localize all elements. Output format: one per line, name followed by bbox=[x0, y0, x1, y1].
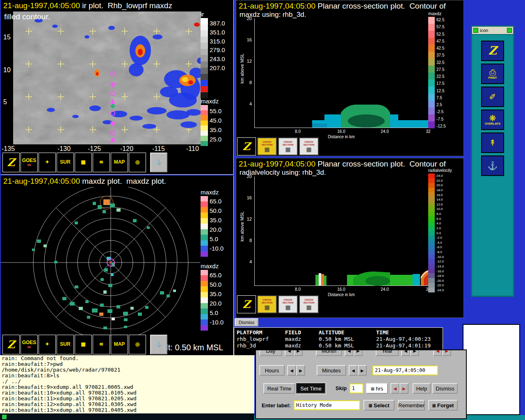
soundings-icon[interactable]: ≋ bbox=[93, 335, 110, 354]
colorbar-cell bbox=[201, 281, 208, 286]
grid-icon[interactable]: ▦ bbox=[75, 153, 92, 172]
minutes-button[interactable]: Minutes bbox=[317, 365, 346, 376]
zeb-logo-icon[interactable]: Z bbox=[2, 335, 20, 354]
arrow-right-icon[interactable]: ▶ bbox=[358, 365, 367, 376]
month-button[interactable]: Month bbox=[316, 349, 342, 356]
arrow-right-icon[interactable]: ▶ bbox=[296, 365, 305, 376]
real-time-button[interactable]: Real Time bbox=[263, 383, 295, 394]
cross-section-button[interactable]: CROSS SECTION ▦ bbox=[257, 137, 277, 155]
colorbar-tick: 12.5 bbox=[436, 89, 446, 93]
zeb-logo-icon[interactable]: Z bbox=[481, 41, 504, 61]
map-icon[interactable]: MAP bbox=[111, 335, 128, 354]
colorbar-cell bbox=[201, 136, 208, 141]
surveillance-icon[interactable]: SUR bbox=[57, 153, 74, 172]
day-button[interactable]: Day bbox=[259, 349, 282, 356]
cross-section-button[interactable]: CROSS SECTION ▦ bbox=[278, 137, 298, 155]
x-axis-tick: 24.0 bbox=[381, 287, 388, 292]
soundings-icon[interactable]: ≋ bbox=[93, 153, 110, 172]
colorbar-tick: 22.5 bbox=[436, 74, 446, 79]
forget-button[interactable]: ▦ Forget bbox=[428, 400, 458, 411]
dismiss-button[interactable]: Dismiss bbox=[432, 383, 458, 394]
goes-ir-icon[interactable]: GOES IR bbox=[21, 153, 38, 172]
colorbar-cell bbox=[201, 251, 208, 257]
zeb-logo-icon[interactable]: Z bbox=[237, 295, 256, 313]
skip-value-field[interactable]: 1 bbox=[349, 383, 363, 393]
cross-section-button[interactable]: CROSS SECTION ▦ bbox=[257, 295, 277, 313]
ppi-radar-display[interactable] bbox=[1, 187, 200, 336]
y-axis-tick: 16 bbox=[244, 195, 252, 200]
cross-section-button[interactable]: CROSS SECTION ▦ bbox=[299, 295, 319, 313]
x-axis-tick: 8.0 bbox=[295, 129, 301, 134]
ship-platform-icon[interactable]: ⚓ bbox=[481, 155, 504, 176]
arrow-left-icon[interactable]: ◀ bbox=[345, 349, 354, 356]
range-rings-icon[interactable]: ◎ bbox=[129, 153, 146, 172]
colorbar-cell bbox=[428, 264, 435, 269]
arrow-right-icon[interactable]: ▶ bbox=[354, 349, 363, 356]
ship-platform-icon[interactable]: ⚓ bbox=[150, 153, 167, 172]
y-axis-tick: 20 bbox=[244, 16, 252, 21]
arrow-right-icon[interactable]: ▶ bbox=[399, 383, 409, 394]
time-field[interactable]: 21-Aug-97,4:05:00 bbox=[372, 365, 438, 375]
arrow-left-icon[interactable]: ◀ bbox=[287, 365, 296, 376]
remember-button[interactable]: Remember bbox=[398, 400, 425, 411]
hours-button[interactable]: Hours bbox=[259, 365, 285, 376]
select-button[interactable]: ▦ Select bbox=[363, 400, 395, 411]
icon-glyph: ▦ bbox=[81, 160, 85, 165]
colorbar-cell bbox=[428, 202, 435, 207]
arrow-left-icon[interactable]: ◀ bbox=[349, 365, 358, 376]
goes-ir-icon[interactable]: GOES IR bbox=[21, 335, 38, 354]
arrow-left-icon[interactable]: ◀ bbox=[433, 349, 442, 356]
radar-scan-icon[interactable]: ✦ bbox=[39, 153, 56, 172]
satellite-image[interactable] bbox=[13, 11, 201, 144]
arrow-left-icon[interactable]: ◀ bbox=[401, 349, 410, 356]
terminal-window[interactable]: rain: Command not found.rain:beaufait:7>… bbox=[0, 355, 254, 413]
skip-unit-dropdown[interactable]: ▦ hrs bbox=[366, 383, 388, 394]
colorbar-cell bbox=[201, 201, 208, 207]
range-rings-icon[interactable]: ◎ bbox=[129, 335, 146, 354]
year-button[interactable]: Year bbox=[376, 349, 399, 356]
arrow-right-icon[interactable]: ▶ bbox=[410, 349, 419, 356]
arrow-left-icon[interactable]: ◀ bbox=[285, 349, 294, 356]
antenna-icon[interactable]: ↟ bbox=[481, 132, 504, 153]
colorbar-cell bbox=[201, 196, 208, 201]
dismiss-button[interactable]: Dismiss bbox=[235, 318, 258, 326]
colorbar-cell bbox=[428, 59, 435, 66]
arrow-left-icon[interactable]: ◀ bbox=[390, 383, 399, 394]
radar-scan-icon[interactable]: ✦ bbox=[39, 335, 56, 354]
cross-section-button[interactable]: CROSS SECTION ▦ bbox=[278, 295, 298, 313]
cross-section-plot-area[interactable] bbox=[254, 18, 428, 128]
colorbar-cell bbox=[428, 254, 435, 259]
colorbar-tick: 8.0 bbox=[436, 212, 444, 216]
colorbar-cell bbox=[201, 212, 208, 218]
x-axis-tick: 32 bbox=[426, 129, 430, 134]
map-icon[interactable]: MAP bbox=[111, 153, 128, 172]
grid-icon[interactable]: ▦ bbox=[75, 335, 92, 354]
colorbar-tick: 55.0 bbox=[210, 107, 221, 114]
colorbar-cell bbox=[201, 121, 208, 126]
zeb-logo-icon[interactable]: Z bbox=[2, 153, 20, 172]
window-iconify-button[interactable] bbox=[507, 28, 512, 33]
zeb-logo-icon[interactable]: Z bbox=[237, 137, 256, 155]
print-icon[interactable]: ⎙ PRINT bbox=[481, 64, 504, 84]
window-title: icon bbox=[480, 28, 505, 33]
colorbar-tick: 35.0 bbox=[210, 217, 224, 224]
label-field[interactable]: History Mode bbox=[294, 400, 360, 410]
colorbar-cell bbox=[201, 30, 208, 37]
help-button[interactable]: Help bbox=[413, 383, 431, 394]
ship-platform-icon[interactable]: ⚓ bbox=[150, 335, 167, 354]
window-titlebar: icon bbox=[472, 27, 513, 35]
arrow-right-icon[interactable]: ▶ bbox=[442, 349, 451, 356]
cube-icon: ▦ bbox=[264, 304, 269, 310]
draw-annotate-icon[interactable]: ✐ bbox=[481, 87, 504, 107]
window-menu-button[interactable] bbox=[473, 28, 478, 33]
y-axis-tick: 5 bbox=[3, 98, 7, 106]
arrow-right-icon[interactable]: ▶ bbox=[294, 349, 303, 356]
terminal-line: /home/disk/rain/pacs/web/radar/970821 bbox=[2, 367, 253, 373]
cross-section-button[interactable]: CROSS SECTION ▦ bbox=[299, 137, 319, 155]
overlays-icon[interactable]: ❋ OVERLAYS bbox=[481, 110, 504, 130]
set-time-button[interactable]: Set Time bbox=[296, 383, 326, 394]
colorbar-tick: 37.5 bbox=[436, 53, 446, 57]
surveillance-icon[interactable]: SUR bbox=[57, 335, 74, 354]
cross-section-plot-area[interactable] bbox=[254, 176, 428, 286]
x-axis-tick: 16.0 bbox=[337, 287, 345, 292]
